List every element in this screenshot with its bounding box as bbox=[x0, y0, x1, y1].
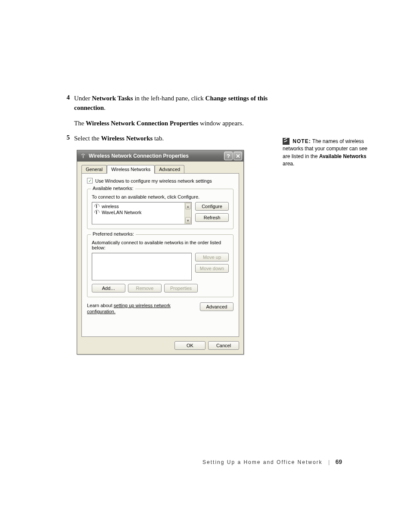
cancel-button[interactable]: Cancel bbox=[208, 341, 239, 350]
note-sidebar: NOTE: The names of wireless networks tha… bbox=[283, 138, 369, 168]
step4-text: Under Network Tasks in the left-hand pan… bbox=[74, 94, 290, 113]
move-down-button[interactable]: Move down bbox=[195, 264, 229, 273]
step4-result: The Wireless Network Connection Properti… bbox=[74, 119, 290, 128]
help-button[interactable]: ? bbox=[224, 152, 233, 160]
scroll-up-button[interactable]: ▴ bbox=[185, 203, 191, 209]
use-windows-label: Use Windows to configure my wireless net… bbox=[95, 178, 212, 184]
preferred-legend: Preferred networks: bbox=[91, 231, 136, 236]
scrollbar[interactable]: ▴ ▾ bbox=[184, 202, 191, 224]
available-networks-list[interactable]: wireless WaveLAN Network ▴ ▾ bbox=[92, 202, 192, 224]
preferred-networks-list[interactable] bbox=[92, 253, 192, 280]
learn-text: Learn about setting up wireless network … bbox=[87, 302, 196, 315]
antenna-icon bbox=[94, 204, 99, 209]
dialog-titlebar[interactable]: Wireless Network Connection Properties ?… bbox=[77, 150, 243, 162]
list-item[interactable]: wireless bbox=[92, 203, 184, 209]
configure-button[interactable]: Configure bbox=[195, 202, 229, 211]
refresh-button[interactable]: Refresh bbox=[195, 213, 229, 222]
note-icon bbox=[283, 138, 290, 145]
available-networks-group: Available networks: To connect to an ava… bbox=[87, 189, 234, 229]
step5-number: 5 bbox=[64, 134, 74, 143]
preferred-networks-group: Preferred networks: Automatically connec… bbox=[87, 234, 234, 297]
add-button[interactable]: Add… bbox=[92, 284, 125, 292]
close-button[interactable]: ✕ bbox=[234, 152, 242, 160]
preferred-desc: Automatically connect to available netwo… bbox=[92, 240, 229, 250]
dialog-title: Wireless Network Connection Properties bbox=[89, 153, 223, 159]
properties-button[interactable]: Properties bbox=[164, 284, 198, 292]
step4-number: 4 bbox=[64, 94, 74, 113]
ok-button[interactable]: OK bbox=[174, 341, 206, 350]
move-up-button[interactable]: Move up bbox=[195, 253, 229, 261]
available-legend: Available networks: bbox=[91, 186, 135, 191]
tab-general[interactable]: General bbox=[81, 165, 107, 173]
wireless-icon bbox=[80, 152, 87, 159]
remove-button[interactable]: Remove bbox=[128, 284, 162, 292]
scroll-down-button[interactable]: ▾ bbox=[185, 217, 191, 224]
page-footer: Setting Up a Home and Office Network | 6… bbox=[0, 458, 411, 465]
tab-wireless-networks[interactable]: Wireless Networks bbox=[107, 165, 155, 174]
list-item[interactable]: WaveLAN Network bbox=[92, 209, 184, 215]
properties-dialog: Wireless Network Connection Properties ?… bbox=[77, 150, 244, 355]
antenna-icon bbox=[94, 210, 99, 215]
tab-advanced[interactable]: Advanced bbox=[155, 165, 184, 173]
use-windows-checkbox[interactable]: ✓ bbox=[87, 178, 93, 184]
advanced-button[interactable]: Advanced bbox=[200, 302, 234, 311]
available-desc: To connect to an available network, clic… bbox=[92, 194, 229, 199]
